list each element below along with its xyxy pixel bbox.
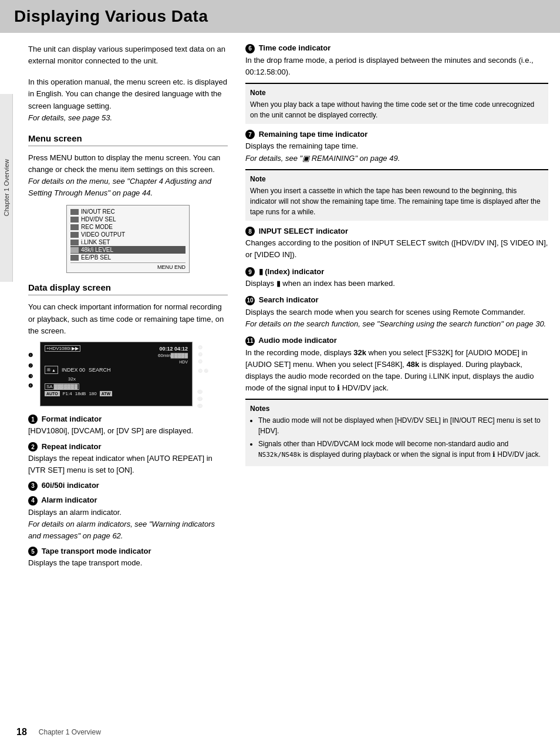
- cassette-icon: ⊞▲: [45, 366, 58, 374]
- note-7: Note When you insert a cassette in which…: [245, 169, 548, 221]
- callout-8: ❽: [198, 359, 203, 365]
- indicator-4: 4 Alarm indicator Displays an alarm indi…: [28, 496, 228, 542]
- indicator-4-italic: For details on alarm indicators, see "Wa…: [28, 520, 215, 540]
- data-display-diagram-wrapper: ❶ ❷ ❸ ❹ +HDV1080i ▶▶ 00:12 04:12 60min▓▓…: [28, 342, 210, 406]
- intro-para1: The unit can display various superimpose…: [28, 43, 228, 67]
- menu-icon-selected: [70, 247, 79, 253]
- indicator-9: 9 ▮ (Index) indicator Displays ▮ when an…: [245, 267, 548, 290]
- atw-badge: ATW: [100, 391, 112, 396]
- data-display-body: You can check important information for …: [28, 301, 228, 336]
- menu-row: IN/OUT REC: [70, 208, 185, 215]
- hdvdv-label: HDV: [158, 359, 188, 365]
- callout-12: ⓬: [197, 396, 203, 402]
- menu-icon: [70, 217, 79, 223]
- menu-screen-italic: For details on the menu, see "Chapter 4 …: [28, 177, 211, 197]
- indicator-2: 2 Repeat indicator Displays the repeat i…: [28, 442, 228, 477]
- menu-screen-body: Press MENU button to display the menu sc…: [28, 152, 228, 200]
- page-header: Displaying Various Data: [0, 0, 560, 33]
- menu-row: HDV/DV SEL: [70, 215, 185, 223]
- page-title: Displaying Various Data: [14, 7, 546, 26]
- menu-icon: [70, 232, 79, 238]
- indicator-10: 10 Search indicator Displays the search …: [245, 295, 548, 330]
- sa-row: SA ▓▓▓▓▓▓▓: [45, 384, 188, 389]
- footer-chapter: Chapter 1 Overview: [39, 728, 101, 736]
- hdv-label: +HDV1080i ▶▶: [45, 345, 80, 352]
- note-item: The audio mode will not be displayed whe…: [258, 415, 544, 436]
- menu-icon: [70, 240, 79, 245]
- callout-4: ❹: [28, 383, 33, 389]
- intro-para2-italic: For details, see page 53.: [28, 113, 112, 122]
- sidebar-tab: Chapter 1 Overview: [0, 94, 13, 282]
- callout-1: ❶: [28, 352, 33, 358]
- left-column: The unit can display various superimpose…: [28, 43, 228, 574]
- indicator-5: 5 Tape transport mode indicator Displays…: [28, 547, 228, 570]
- callout-9: ❾: [198, 368, 203, 374]
- main-content: The unit can display various superimpose…: [16, 33, 560, 586]
- sa-indicator: SA ▓▓▓▓▓▓▓: [45, 383, 79, 390]
- menu-icon: [70, 224, 79, 230]
- indicator-6: 6 Time code indicator In the drop frame …: [245, 43, 548, 124]
- indicator-7-italic: For details, see "▣ REMAINING" on page 4…: [245, 154, 400, 163]
- page-footer: 18 Chapter 1 Overview: [16, 727, 548, 737]
- data-display-title: Data display screen: [28, 282, 228, 295]
- menu-row: EE/PB SEL: [70, 254, 185, 261]
- callout-3: ❸: [28, 373, 33, 379]
- indicator-1: 1 Format indicator [HDV1080i], [DVCAM], …: [28, 415, 228, 437]
- menu-row: i.LINK SET: [70, 238, 185, 246]
- menu-footer: MENU END: [70, 262, 185, 270]
- diagram-canvas: +HDV1080i ▶▶ 00:12 04:12 60min▓▓▓▓▓ HDV …: [40, 342, 193, 406]
- note-6: Note When you play back a tape without h…: [245, 83, 548, 124]
- menu-row: REC MODE: [70, 223, 185, 231]
- search-label: SEARCH: [89, 367, 111, 373]
- timecode: 00:12 04:12: [158, 345, 188, 353]
- indicator-7: 7 Remaining tape time indicator Displays…: [245, 130, 548, 221]
- indicator-8: 8 INPUT SELECT indicator Changes accordi…: [245, 227, 548, 261]
- callout-10: ❿: [204, 368, 208, 374]
- index-label: INDEX 00: [62, 367, 85, 373]
- menu-row: VIDEO OUTPUT: [70, 231, 185, 238]
- indicator-10-italic: For details on the search function, see …: [245, 319, 546, 328]
- callout-13: ⓭: [197, 403, 203, 409]
- callout-2: ❷: [28, 363, 33, 369]
- note-item: Signals other than HDV/DVCAM lock mode w…: [258, 439, 544, 460]
- callout-11: ⓫: [197, 389, 203, 395]
- notes-list: The audio mode will not be displayed whe…: [250, 415, 544, 460]
- intro-para2: In this operation manual, the menu scree…: [28, 76, 228, 124]
- callout-6: ❻: [198, 345, 203, 351]
- db-label: 18dB: [75, 391, 86, 396]
- right-column: 6 Time code indicator In the drop frame …: [245, 43, 548, 574]
- indicator-3: 3 60i/50i indicator: [28, 481, 228, 491]
- note-11: Notes The audio mode will not be display…: [245, 399, 548, 466]
- iso-label: 180: [89, 391, 96, 396]
- fstop: F1:4: [63, 391, 72, 396]
- speed-row: 32x: [45, 376, 188, 382]
- remaining: 60min▓▓▓▓▓: [158, 352, 188, 359]
- menu-screen-diagram: IN/OUT REC HDV/DV SEL REC MODE VIDEO OUT…: [66, 205, 190, 273]
- menu-icon: [70, 255, 79, 261]
- indicator-11: 11 Audio mode indicator In the recording…: [245, 336, 548, 466]
- sidebar-label: Chapter 1 Overview: [3, 159, 10, 216]
- callout-7: ❼: [198, 352, 203, 358]
- page-number: 18: [16, 727, 27, 737]
- speed-label: 32x: [68, 376, 76, 382]
- auto-badge: AUTO: [45, 391, 60, 396]
- menu-screen-title: Menu screen: [28, 133, 228, 146]
- menu-icon: [70, 209, 79, 215]
- menu-row-selected: 48k/i LEVEL: [70, 246, 185, 254]
